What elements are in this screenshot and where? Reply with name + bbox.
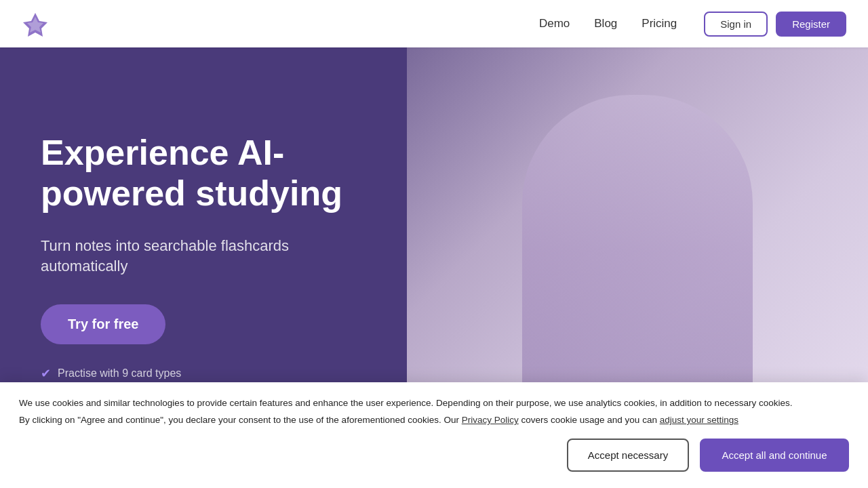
- hero-title: Experience AI-powered studying: [41, 133, 366, 214]
- nav-links: Demo Blog Pricing: [539, 17, 677, 30]
- hero-feature-1: ✔ Practise with 9 card types: [41, 366, 366, 381]
- check-icon-1: ✔: [41, 366, 51, 381]
- logo[interactable]: [22, 10, 49, 37]
- nav-pricing[interactable]: Pricing: [642, 17, 677, 30]
- try-free-button[interactable]: Try for free: [41, 304, 165, 344]
- accept-all-button[interactable]: Accept all and continue: [700, 439, 849, 472]
- register-button[interactable]: Register: [776, 12, 846, 37]
- nav-blog[interactable]: Blog: [594, 17, 617, 30]
- cookie-text-1: We use cookies and similar technologies …: [19, 396, 849, 411]
- hero-subtitle: Turn notes into searchable flashcards au…: [41, 236, 366, 278]
- cookie-text-2: By clicking on "Agree and continue", you…: [19, 413, 849, 428]
- signin-button[interactable]: Sign in: [704, 12, 768, 37]
- cookie-actions: Accept necessary Accept all and continue: [19, 439, 849, 472]
- adjust-settings-link[interactable]: adjust your settings: [660, 415, 738, 425]
- accept-necessary-button[interactable]: Accept necessary: [567, 439, 689, 472]
- logo-icon: [22, 10, 49, 37]
- navbar: Demo Blog Pricing Sign in Register: [0, 0, 868, 47]
- privacy-policy-link[interactable]: Privacy Policy: [462, 415, 519, 425]
- cookie-banner: We use cookies and similar technologies …: [0, 382, 868, 488]
- nav-actions: Sign in Register: [704, 12, 846, 37]
- nav-demo[interactable]: Demo: [539, 17, 570, 30]
